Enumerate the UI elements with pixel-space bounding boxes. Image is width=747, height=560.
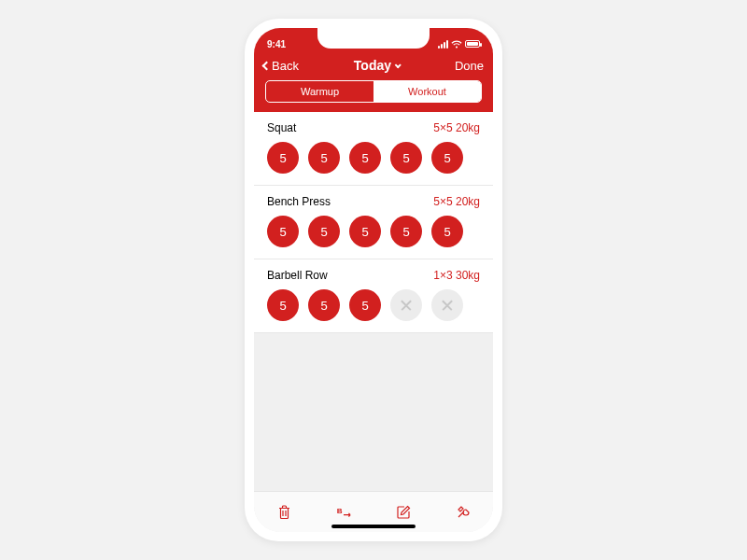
svg-text:B: B	[337, 506, 343, 514]
signal-icon	[438, 40, 448, 49]
rep-button-disabled[interactable]	[390, 289, 422, 321]
edit-icon[interactable]	[395, 504, 412, 521]
exercise-header[interactable]: Squat5×5 20kg	[267, 121, 480, 134]
home-indicator[interactable]	[331, 525, 416, 528]
rep-button[interactable]: 5	[349, 142, 381, 174]
chevron-left-icon	[262, 61, 272, 70]
rep-button[interactable]: 5	[267, 142, 299, 174]
rep-button[interactable]: 5	[349, 289, 381, 321]
back-label: Back	[272, 59, 299, 73]
exercise-card: Barbell Row1×3 30kg555	[254, 259, 493, 333]
wifi-icon	[451, 40, 462, 49]
title-button[interactable]: Today	[354, 58, 400, 73]
rep-button-disabled[interactable]	[431, 289, 463, 321]
segment-workout[interactable]: Workout	[374, 81, 481, 102]
phone-frame: 9:41 Back Today Done Warm	[245, 19, 502, 541]
exercise-header[interactable]: Barbell Row1×3 30kg	[267, 269, 480, 282]
content: Squat5×5 20kg55555Bench Press5×5 20kg555…	[254, 112, 493, 491]
rep-button[interactable]: 5	[267, 216, 299, 247]
exercise-meta: 1×3 30kg	[433, 269, 480, 282]
rep-button[interactable]: 5	[431, 216, 463, 247]
exercise-name: Squat	[267, 121, 296, 134]
rep-button[interactable]: 5	[431, 142, 463, 174]
battery-icon	[465, 40, 480, 48]
trash-icon[interactable]	[275, 504, 292, 521]
screen: 9:41 Back Today Done Warm	[254, 28, 493, 532]
reps-row: 555	[267, 289, 480, 321]
rep-button[interactable]: 5	[308, 142, 340, 174]
nav-bar: Back Today Done	[254, 52, 493, 80]
exercise-meta: 5×5 20kg	[433, 195, 480, 208]
exercise-card: Squat5×5 20kg55555	[254, 112, 493, 186]
title-label: Today	[354, 58, 391, 73]
rep-button[interactable]: 5	[308, 216, 340, 247]
status-indicators	[438, 40, 480, 49]
status-time: 9:41	[267, 39, 286, 49]
chevron-down-icon	[395, 62, 402, 68]
exercise-name: Bench Press	[267, 195, 331, 208]
exercise-name: Barbell Row	[267, 269, 328, 282]
done-button[interactable]: Done	[455, 59, 484, 73]
rep-button[interactable]: 5	[390, 142, 422, 174]
exercise-card: Bench Press5×5 20kg55555	[254, 186, 493, 259]
rep-button[interactable]: 5	[308, 289, 340, 321]
notch	[317, 28, 430, 49]
segment-warmup[interactable]: Warmup	[266, 81, 374, 102]
tools-icon[interactable]	[455, 504, 472, 521]
reps-row: 55555	[267, 142, 480, 174]
exercise-header[interactable]: Bench Press5×5 20kg	[267, 195, 480, 208]
reps-row: 55555	[267, 216, 480, 247]
rep-button[interactable]: 5	[390, 216, 422, 247]
switch-icon[interactable]: B	[335, 504, 352, 521]
segment-control: Warmup Workout	[265, 80, 482, 103]
exercise-meta: 5×5 20kg	[433, 121, 480, 134]
rep-button[interactable]: 5	[267, 289, 299, 321]
back-button[interactable]: Back	[263, 59, 299, 73]
rep-button[interactable]: 5	[349, 216, 381, 247]
